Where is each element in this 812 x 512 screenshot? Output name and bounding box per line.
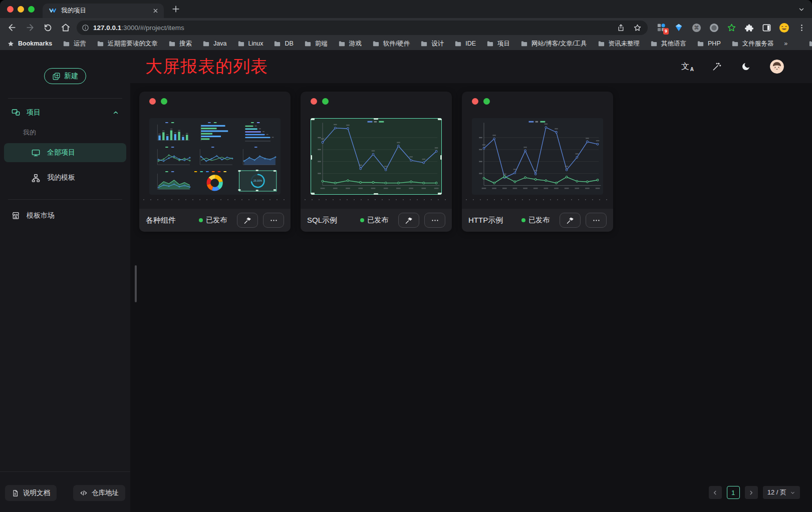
sidebar-item-template-market[interactable]: 模板市场 [11,211,119,220]
new-tab-button[interactable] [171,4,181,14]
green-dot [161,98,167,105]
zoom-window-button[interactable] [28,6,35,13]
more-options-button[interactable] [424,213,445,228]
bookmark-item[interactable]: 文件服务器 [731,40,774,48]
bookmark-star-icon[interactable] [633,24,642,32]
user-avatar[interactable] [770,60,784,74]
bookmark-item[interactable]: 搜索 [168,40,192,48]
browser-menu-icon[interactable] [796,22,807,33]
back-icon[interactable] [5,21,19,35]
tab-close-icon[interactable] [152,8,159,14]
bookmark-item[interactable]: 游戏 [338,40,362,48]
bookmark-item[interactable]: 其他语言 [650,40,686,48]
tab-title: 我的项目 [61,7,148,15]
copy-plus-icon [52,72,61,81]
bookmark-label: 项目 [497,40,510,48]
profile-emoji-icon[interactable] [778,22,789,33]
status-badge: 已发布 [521,216,550,225]
red-dot [311,98,317,105]
status-badge: 已发布 [360,216,388,225]
url-host: 127.0.0.1 [93,24,121,32]
bookmark-item[interactable]: 前端 [304,40,328,48]
folder-icon [372,40,380,48]
site-info-icon[interactable] [82,24,89,32]
extensions-puzzle-icon[interactable] [743,22,754,33]
project-thumbnail[interactable]: 25.00% [149,118,281,195]
bookmark-item[interactable]: 网站/博客/文章/工具 [520,40,587,48]
scrollbar-thumb[interactable] [135,265,137,302]
project-cards: 25.00% 各种组件 已发布 [139,92,613,232]
status-dot [199,218,203,222]
minimize-window-button[interactable] [18,6,24,13]
sidebar-item-all-projects[interactable]: 全部项目 [4,143,126,162]
bookmark-item[interactable]: 设计 [420,40,444,48]
extension-circle-icon[interactable] [708,22,719,33]
bookmark-item[interactable]: 软件/硬件 [372,40,410,48]
more-options-button[interactable] [586,213,607,228]
svg-text:⌘: ⌘ [694,25,699,31]
bookmark-item[interactable]: 近期需要读的文章 [97,40,158,48]
bookmarks-overflow-chevron[interactable]: » [784,40,787,47]
new-project-button[interactable]: 新建 [44,68,86,84]
bookmark-item[interactable]: Linux [237,40,263,48]
document-icon [12,489,19,497]
side-panel-icon[interactable] [761,22,772,33]
dark-mode-moon-icon[interactable] [741,62,751,72]
tab-search-chevron-icon[interactable] [798,6,805,13]
docs-button[interactable]: 说明文档 [5,485,57,501]
project-card[interactable]: 25.00% 各种组件 已发布 [139,92,291,232]
chevron-up-icon[interactable] [112,109,119,116]
edit-hammer-button[interactable] [560,213,581,228]
bookmark-item[interactable]: 资讯未整理 [598,40,640,48]
project-card[interactable]: SQL示例 已发布 [301,92,452,232]
edit-hammer-button[interactable] [237,213,258,228]
bookmark-label: PHP [708,40,721,47]
sidebar-item-label: 模板市场 [27,211,55,220]
next-page-button[interactable] [745,486,758,499]
edit-hammer-button[interactable] [398,213,419,228]
sidebar-item-my-templates[interactable]: 我的模板 [4,168,126,187]
content-area: 25.00% 各种组件 已发布 [130,83,812,512]
close-window-button[interactable] [7,6,14,13]
project-thumbnail[interactable] [311,118,442,195]
project-card[interactable]: HTTP示例 已发布 [462,92,613,232]
extension-green-star-icon[interactable] [726,22,737,33]
forward-icon[interactable] [23,21,37,35]
language-icon[interactable]: 文A [681,63,693,71]
sidebar-group-project[interactable]: 项目 [11,108,119,117]
hammer-icon [566,216,575,225]
bookmarks-label: Bookmarks [18,40,52,47]
folder-icon [420,40,428,48]
url-text: 127.0.0.1:3000/#/project/items [93,24,184,32]
bookmark-item[interactable]: Java [202,40,226,48]
share-icon[interactable] [617,24,625,32]
current-page-button[interactable]: 1 [727,486,740,499]
home-icon[interactable] [59,21,73,35]
sidebar-divider [8,98,122,99]
hammer-icon [405,216,413,225]
bookmark-item[interactable]: PHP [697,40,721,48]
extension-gem-icon[interactable] [673,22,684,33]
more-options-button[interactable] [263,213,284,228]
extension-grid-icon[interactable]: 9 [656,22,667,33]
bookmark-item[interactable]: 项目 [486,40,510,48]
project-thumbnail[interactable] [472,118,603,195]
browser-tab[interactable]: 我的项目 [43,4,164,18]
bookmark-item[interactable]: IDE [454,40,476,48]
bookmarks-manager[interactable]: Bookmarks [7,40,52,48]
extension-command-icon[interactable]: ⌘ [691,22,702,33]
app-header: 大屏报表的列表 文A [130,50,812,83]
status-dot [360,218,364,222]
bookmark-item[interactable]: DB [274,40,293,48]
green-dot [322,98,329,105]
other-bookmarks-folder[interactable]: 其他书签 [808,40,812,48]
reload-icon[interactable] [41,21,55,35]
page-size-select[interactable]: 12 / 页 [763,486,800,499]
bookmark-item[interactable]: 运营 [63,40,86,48]
folder-icon [274,40,281,48]
prev-page-button[interactable] [709,486,722,499]
sidebar: 新建 项目 我的 全部项目 我的模板 模 [0,50,130,512]
address-bar[interactable]: 127.0.0.1:3000/#/project/items [77,21,648,35]
magic-wand-icon[interactable] [712,62,722,72]
repo-button[interactable]: 仓库地址 [73,485,125,501]
